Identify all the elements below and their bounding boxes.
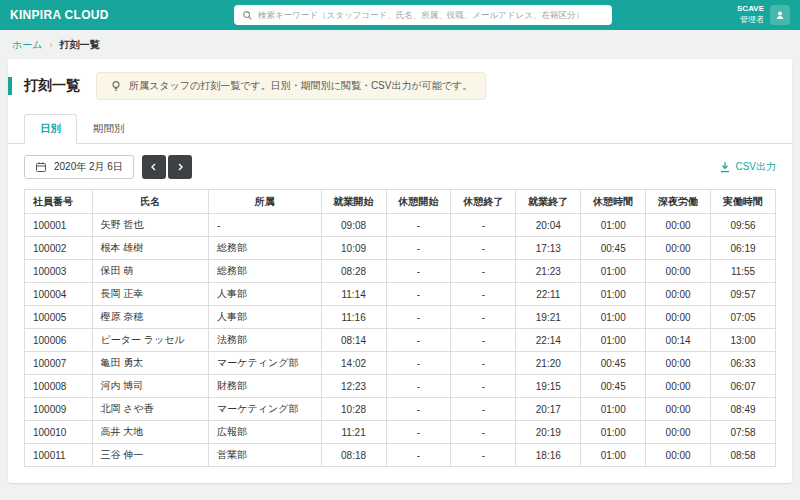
column-header: 就業開始	[321, 190, 386, 214]
table-cell: 総務部	[208, 260, 321, 283]
table-cell: 00:00	[646, 260, 711, 283]
table-cell: 樫原 奈穂	[92, 306, 208, 329]
title-row: 打刻一覧 所属スタッフの打刻一覧です。日別・期間別に閲覧・CSV出力が可能です。	[8, 72, 792, 100]
page-title: 打刻一覧	[8, 77, 80, 95]
main-card: 打刻一覧 所属スタッフの打刻一覧です。日別・期間別に閲覧・CSV出力が可能です。…	[8, 59, 792, 483]
table-cell: 01:00	[581, 306, 646, 329]
table-cell: 亀田 勇太	[92, 352, 208, 375]
table-cell: 06:33	[711, 352, 776, 375]
table-cell: 保田 萌	[92, 260, 208, 283]
table-cell: -	[386, 260, 451, 283]
search-icon	[242, 10, 253, 21]
next-day-button[interactable]	[168, 155, 192, 179]
table-cell: 06:07	[711, 375, 776, 398]
column-header: 実働時間	[711, 190, 776, 214]
breadcrumb-separator-icon: ›	[49, 40, 52, 50]
table-cell: 10:09	[321, 237, 386, 260]
app-header: KINPIRA CLOUD SCAVE 管理者	[0, 0, 800, 30]
table-cell: マーケティング部	[208, 398, 321, 421]
prev-day-button[interactable]	[142, 155, 166, 179]
table-cell: 01:00	[581, 283, 646, 306]
table-cell: 21:20	[516, 352, 581, 375]
table-cell: 00:00	[646, 237, 711, 260]
table-cell: -	[386, 352, 451, 375]
table-row: 100002根本 雄樹総務部10:09--17:1300:4500:0006:1…	[25, 237, 776, 260]
app-logo[interactable]: KINPIRA CLOUD	[10, 8, 109, 22]
table-cell: 00:45	[581, 352, 646, 375]
user-menu[interactable]: SCAVE 管理者	[737, 4, 790, 26]
table-cell: 08:58	[711, 444, 776, 467]
lightbulb-icon	[110, 80, 122, 92]
table-cell: 00:00	[646, 306, 711, 329]
table-cell: 00:00	[646, 283, 711, 306]
table-cell: -	[451, 375, 516, 398]
table-cell: マーケティング部	[208, 352, 321, 375]
tab-bar: 日別期間別	[8, 113, 792, 144]
table-cell: 100002	[25, 237, 93, 260]
table-cell: 09:57	[711, 283, 776, 306]
table-cell: 20:04	[516, 214, 581, 237]
table-cell: 06:19	[711, 237, 776, 260]
table-cell: -	[451, 237, 516, 260]
table-cell: ピーター ラッセル	[92, 329, 208, 352]
table-cell: 人事部	[208, 306, 321, 329]
user-avatar-icon[interactable]	[770, 5, 790, 25]
tab-daily[interactable]: 日別	[24, 114, 77, 144]
table-cell: 01:00	[581, 421, 646, 444]
column-header: 氏名	[92, 190, 208, 214]
column-header: 深夜労働	[646, 190, 711, 214]
table-cell: 00:45	[581, 237, 646, 260]
table-cell: 09:56	[711, 214, 776, 237]
table-cell: 100005	[25, 306, 93, 329]
table-cell: 北岡 さや香	[92, 398, 208, 421]
table-cell: 00:00	[646, 421, 711, 444]
table-cell: 総務部	[208, 237, 321, 260]
table-cell: 08:14	[321, 329, 386, 352]
info-text: 所属スタッフの打刻一覧です。日別・期間別に閲覧・CSV出力が可能です。	[129, 79, 472, 93]
calendar-icon	[35, 161, 47, 173]
table-wrap: 社員番号氏名所属就業開始休憩開始休憩終了就業終了休憩時間深夜労働実働時間 100…	[8, 189, 792, 467]
table-cell: 00:45	[581, 375, 646, 398]
table-cell: 100003	[25, 260, 93, 283]
table-row: 100001矢野 哲也-09:08--20:0401:0000:0009:56	[25, 214, 776, 237]
table-body: 100001矢野 哲也-09:08--20:0401:0000:0009:561…	[25, 214, 776, 467]
table-cell: 10:28	[321, 398, 386, 421]
breadcrumb-current: 打刻一覧	[59, 38, 99, 52]
csv-export-button[interactable]: CSV出力	[719, 160, 776, 174]
table-cell: 00:00	[646, 398, 711, 421]
table-cell: 法務部	[208, 329, 321, 352]
table-cell: 01:00	[581, 260, 646, 283]
table-cell: 01:00	[581, 444, 646, 467]
date-picker[interactable]: 2020年 2月 6日	[24, 155, 134, 179]
table-cell: -	[386, 421, 451, 444]
table-row: 100007亀田 勇太マーケティング部14:02--21:2000:4500:0…	[25, 352, 776, 375]
table-cell: 08:28	[321, 260, 386, 283]
tab-period[interactable]: 期間別	[77, 114, 141, 144]
table-row: 100003保田 萌総務部08:28--21:2301:0000:0011:55	[25, 260, 776, 283]
user-role: 管理者	[737, 15, 764, 26]
table-cell: 100010	[25, 421, 93, 444]
table-cell: -	[451, 444, 516, 467]
table-cell: -	[451, 214, 516, 237]
table-cell: 07:05	[711, 306, 776, 329]
table-header-row: 社員番号氏名所属就業開始休憩開始休憩終了就業終了休憩時間深夜労働実働時間	[25, 190, 776, 214]
table-cell: 00:14	[646, 329, 711, 352]
table-cell: -	[386, 398, 451, 421]
table-row: 100010高井 大地広報部11:21--20:1901:0000:0007:5…	[25, 421, 776, 444]
table-row: 100009北岡 さや香マーケティング部10:28--20:1701:0000:…	[25, 398, 776, 421]
date-value: 2020年 2月 6日	[54, 160, 123, 174]
table-cell: 100009	[25, 398, 93, 421]
table-cell: -	[451, 329, 516, 352]
breadcrumb-home-link[interactable]: ホーム	[12, 38, 42, 52]
date-nav	[142, 155, 192, 179]
table-row: 100006ピーター ラッセル法務部08:14--22:1401:0000:14…	[25, 329, 776, 352]
table-cell: 22:11	[516, 283, 581, 306]
table-cell: 19:15	[516, 375, 581, 398]
table-cell: 19:21	[516, 306, 581, 329]
table-row: 100011三谷 伸一営業部08:18--18:1601:0000:0008:5…	[25, 444, 776, 467]
table-cell: 00:00	[646, 214, 711, 237]
user-name: SCAVE	[737, 4, 764, 15]
table-cell: 矢野 哲也	[92, 214, 208, 237]
table-cell: -	[386, 444, 451, 467]
search-input[interactable]	[258, 10, 604, 20]
